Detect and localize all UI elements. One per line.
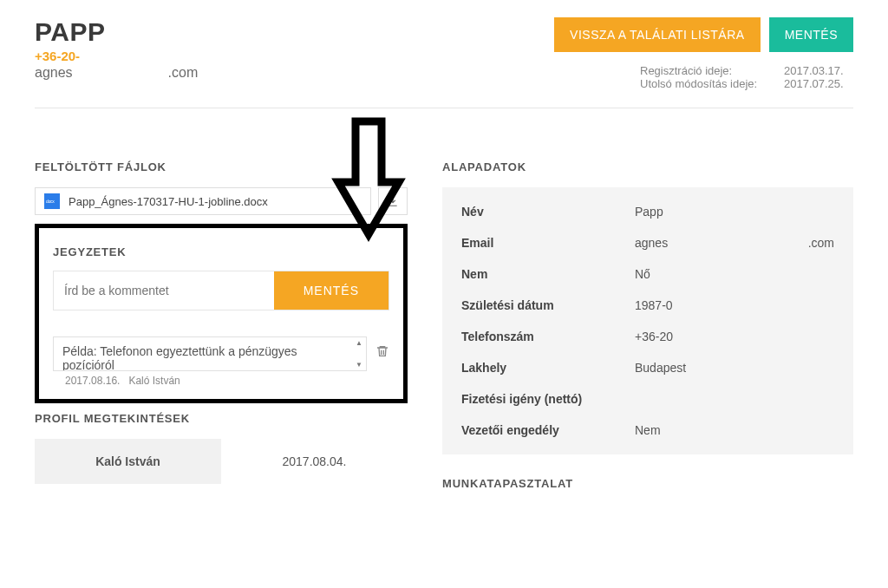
data-row: Fizetési igény (nettó) (461, 383, 834, 415)
note-meta: 2017.08.16. Kaló István (65, 375, 389, 387)
registration-label: Regisztráció ideje: (640, 64, 770, 77)
data-row: Telefonszám+36-20 (461, 321, 834, 352)
last-modified-label: Utolsó módosítás ideje: (640, 77, 770, 90)
notes-section-highlighted: JEGYZETEK MENTÉS Példa: Telefonon egyezt… (35, 224, 408, 403)
data-row: LakhelyBudapest (461, 352, 834, 383)
basic-data-panel: NévPapp Emailagnes.com NemNő Születési d… (442, 187, 853, 454)
data-row: NemNő (461, 258, 834, 290)
back-to-results-button[interactable]: VISSZA A TALÁLATI LISTÁRA (554, 17, 761, 52)
profile-view-row: Kaló István 2017.08.04. (35, 439, 408, 484)
contact-email: agnes.com (35, 65, 198, 81)
comment-input[interactable] (54, 271, 274, 310)
uploaded-files-title: FELTÖLTÖTT FÁJLOK (35, 160, 408, 173)
trash-icon (375, 343, 389, 359)
last-modified-value: 2017.07.25. (784, 77, 853, 90)
data-row: NévPapp (461, 196, 834, 227)
scroll-up-icon[interactable]: ▲ (356, 339, 362, 347)
delete-note-button[interactable] (375, 343, 389, 363)
file-item[interactable]: Papp_Ágnes-170317-HU-1-jobline.docx (35, 187, 371, 215)
registration-value: 2017.03.17. (784, 64, 853, 77)
page-title: PAPP (35, 17, 198, 47)
note-scrollbar[interactable]: ▲ ▼ (354, 339, 364, 369)
profile-view-date: 2017.08.04. (221, 439, 408, 484)
page-header: PAPP +36-20- agnes.com VISSZA A TALÁLATI… (35, 17, 853, 108)
profile-views-title: PROFIL MEGTEKINTÉSEK (35, 412, 408, 425)
data-row: Vezetői engedélyNem (461, 415, 834, 446)
file-name: Papp_Ágnes-170317-HU-1-jobline.docx (69, 195, 268, 208)
save-button[interactable]: MENTÉS (769, 17, 853, 52)
basic-data-title: ALAPADATOK (442, 160, 853, 173)
note-item[interactable]: Példa: Telefonon egyeztettünk a pénzügye… (53, 336, 367, 371)
notes-title: JEGYZETEK (53, 245, 389, 258)
data-row: Születési dátum1987-0 (461, 290, 834, 321)
docx-icon (44, 193, 60, 209)
comment-save-button[interactable]: MENTÉS (274, 271, 388, 310)
work-experience-title: MUNKATAPASZTALAT (442, 477, 853, 490)
contact-phone: +36-20- (35, 49, 198, 63)
scroll-down-icon[interactable]: ▼ (356, 361, 362, 369)
download-button[interactable] (378, 187, 408, 215)
data-row: Emailagnes.com (461, 227, 834, 258)
profile-view-name: Kaló István (35, 439, 221, 484)
download-icon (387, 195, 399, 207)
